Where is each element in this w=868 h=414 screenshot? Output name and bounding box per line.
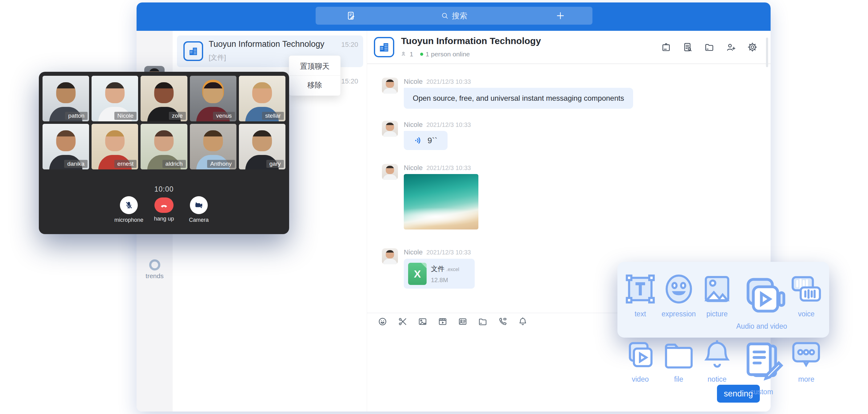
participant-tile: patton [42, 76, 89, 121]
search-placeholder: 搜索 [452, 11, 467, 21]
video-call-icon[interactable] [498, 317, 508, 326]
chat-record-search-icon[interactable] [682, 42, 693, 52]
hang-up-button[interactable] [154, 197, 174, 213]
member-count: 1 [410, 51, 413, 58]
message-sender: Nicole [404, 77, 423, 86]
contact-card-icon[interactable] [458, 317, 468, 326]
message-sender: Nicole [404, 248, 423, 256]
file-message-bubble[interactable]: X 文件.excel 12.8M [404, 259, 475, 289]
member-icon [401, 51, 408, 58]
folder-icon [660, 336, 698, 374]
camera-off-button[interactable] [190, 196, 208, 214]
video-clip-icon[interactable] [438, 317, 447, 326]
audio-video-icon [736, 270, 787, 321]
message-avatar[interactable] [382, 121, 398, 137]
add-member-icon[interactable] [725, 42, 736, 52]
message-avatar[interactable] [382, 248, 398, 264]
context-menu: 置顶聊天 移除 [289, 56, 341, 96]
participant-tile: gary [239, 124, 285, 169]
participant-tile: Anthony [190, 124, 237, 169]
excel-file-icon: X [408, 263, 427, 285]
participant-tile: ernest [92, 124, 138, 169]
participant-name: Anthony [207, 160, 235, 168]
online-status: 1 person online [426, 51, 470, 58]
conversation-time: 15:20 [341, 77, 358, 85]
settings-gear-icon[interactable] [747, 42, 758, 52]
smiley-icon [660, 270, 698, 308]
participant-tile: venus [190, 76, 237, 121]
bulletin-icon[interactable] [661, 42, 671, 52]
mic-label: microphone [110, 217, 147, 223]
message-avatar[interactable] [382, 77, 398, 94]
participant-name: stellar [262, 112, 284, 120]
message-time: 2021/12/3 10:33 [426, 121, 471, 128]
participant-tile: danika [42, 124, 89, 169]
image-message-beach[interactable] [404, 174, 478, 229]
message-meta: Nicole 2021/12/3 10:33 [404, 121, 471, 129]
screenshot-scissors-icon[interactable] [398, 317, 407, 326]
trends-icon [149, 259, 160, 270]
participant-name: zole [169, 112, 186, 120]
notification-bell-icon[interactable] [518, 317, 528, 326]
sidebar-item-trends[interactable]: trends [136, 259, 173, 280]
participant-name: aldrich [162, 160, 186, 168]
chat-title: Tuoyun Information Technology [401, 36, 541, 46]
group-building-icon [374, 37, 394, 57]
message-meta: Nicole 2021/12/3 10:33 [404, 164, 471, 172]
message-type-popup: text expression picture Audio and video … [617, 262, 829, 338]
message-avatar[interactable] [382, 164, 398, 180]
popup-item-audio-video[interactable]: Audio and video [736, 270, 787, 330]
camera-label: Camera [180, 217, 217, 223]
popup-item-text[interactable]: text [621, 270, 660, 330]
participant-tile: Nicole [92, 76, 138, 121]
popup-item-custom[interactable]: custom [736, 336, 787, 396]
menu-item-pin-chat[interactable]: 置顶聊天 [289, 57, 340, 75]
text-message-bubble: Open source, free, and universal instant… [404, 88, 633, 109]
bubble-dots-icon [787, 336, 826, 374]
message-time: 2021/12/3 10:33 [426, 78, 471, 85]
popup-item-more[interactable]: more [787, 336, 826, 396]
chat-meta: 1 1 person online [401, 51, 470, 58]
emoji-icon[interactable] [378, 317, 388, 326]
message-time: 2021/12/3 10:33 [426, 164, 471, 171]
menu-item-remove[interactable]: 移除 [289, 75, 340, 94]
participant-tile: zole [141, 76, 187, 121]
online-dot [420, 53, 423, 56]
video-call-window: patton Nicole zole venus stellar danika … [39, 72, 289, 234]
popup-item-voice[interactable]: voice [787, 270, 826, 330]
group-building-icon [183, 41, 203, 61]
participant-name: venus [213, 112, 235, 120]
participant-name: ernest [114, 160, 137, 168]
hangup-label: hang up [146, 216, 183, 222]
input-toolbar [378, 317, 528, 326]
files-icon[interactable] [704, 42, 714, 52]
camera-control: Camera [180, 196, 217, 223]
image-icon[interactable] [418, 317, 428, 326]
chat-header: Tuoyun Information Technology 1 1 person… [367, 31, 771, 64]
voice-bubbles-icon [787, 270, 826, 308]
search-field[interactable]: 搜索 [316, 7, 592, 25]
participant-tile: aldrich [141, 124, 187, 169]
popup-item-notice[interactable]: notice [698, 336, 736, 396]
search-icon [441, 12, 449, 20]
popup-item-picture[interactable]: picture [698, 270, 736, 330]
voice-duration: 9`` [428, 136, 437, 146]
popup-item-video[interactable]: video [621, 336, 660, 396]
chat-header-actions [661, 42, 758, 52]
conversation-time: 15:20 [341, 41, 358, 49]
message-meta: Nicole 2021/12/3 10:33 [404, 77, 471, 86]
search-bar[interactable]: 搜索 [316, 7, 592, 25]
conversation-last-message: [文件] [209, 53, 226, 62]
voice-message-bubble[interactable]: 9`` [404, 131, 447, 150]
popup-item-file[interactable]: file [660, 336, 698, 396]
trends-label: trends [136, 272, 173, 280]
mic-muted-button[interactable] [120, 196, 138, 214]
popup-item-expression[interactable]: expression [660, 270, 698, 330]
participant-tile: stellar [239, 76, 285, 121]
participant-grid: patton Nicole zole venus stellar danika … [42, 76, 285, 169]
call-timer: 10:00 [39, 185, 289, 193]
scrollbar-thumb[interactable] [766, 38, 768, 67]
add-icon[interactable] [555, 11, 565, 21]
participant-name: Nicole [114, 112, 137, 120]
folder-icon[interactable] [478, 317, 488, 326]
